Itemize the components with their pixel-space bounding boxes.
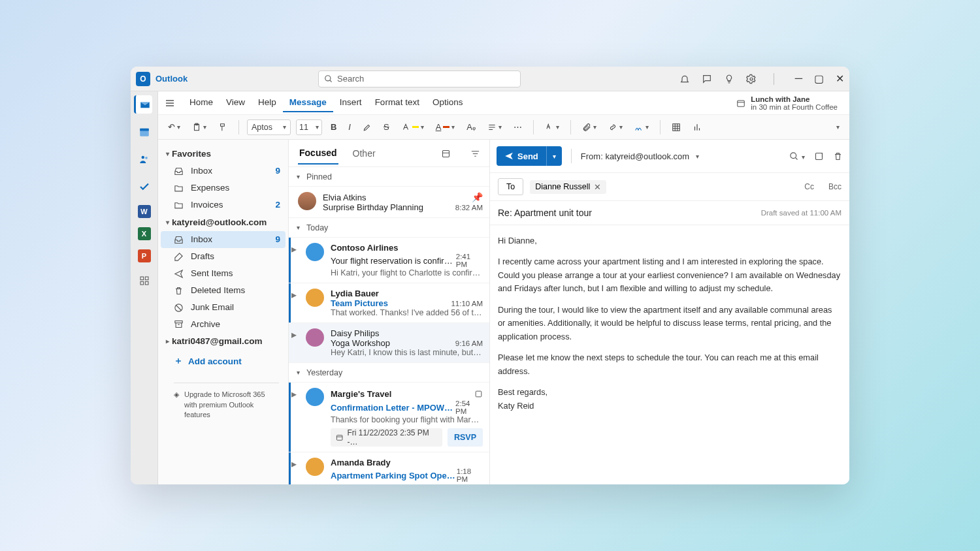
rail-powerpoint-icon[interactable]: P: [138, 249, 151, 262]
message-item[interactable]: ▸Margie's TravelConfirmation Letter - MP…: [289, 383, 489, 452]
font-selector[interactable]: Aptos▾: [247, 119, 291, 135]
strikethrough-button[interactable]: S: [380, 120, 393, 134]
upgrade-prompt[interactable]: ◈ Upgrade to Microsoft 365 with premium …: [174, 383, 279, 420]
minimize-button[interactable]: ─: [795, 72, 802, 85]
remove-recipient-icon[interactable]: ✕: [594, 182, 601, 192]
avatar: [298, 192, 316, 210]
folder-invoices[interactable]: Invoices2: [161, 197, 286, 213]
menu-format-text[interactable]: Format text: [368, 93, 426, 112]
format-painter-button[interactable]: [215, 121, 231, 134]
section-yesterday[interactable]: ▾Yesterday: [289, 363, 489, 383]
delete-icon[interactable]: [833, 150, 843, 162]
send-button[interactable]: Send: [497, 146, 546, 166]
filter-icon[interactable]: [470, 148, 480, 159]
close-button[interactable]: ✕: [836, 72, 844, 85]
expand-chevron-icon[interactable]: ▸: [291, 388, 301, 447]
styles-button[interactable]: ▾: [542, 121, 563, 134]
section-today[interactable]: ▾Today: [289, 218, 489, 238]
popout-icon[interactable]: [814, 150, 824, 162]
italic-button[interactable]: I: [345, 120, 354, 134]
flag-icon[interactable]: [474, 388, 483, 400]
menu-view[interactable]: View: [220, 93, 252, 112]
paragraph-button[interactable]: ▾: [484, 121, 505, 134]
cc-button[interactable]: Cc: [804, 182, 814, 191]
lightbulb-icon[interactable]: [724, 73, 734, 85]
message-item[interactable]: Elvia Atkins📌 Surprise Birthday Planning…: [289, 187, 489, 218]
rail-people-icon[interactable]: [135, 150, 154, 168]
expand-chevron-icon[interactable]: ▸: [291, 458, 301, 483]
send-dropdown[interactable]: ▾: [546, 146, 562, 166]
folder-junk-email[interactable]: Junk Email: [161, 299, 286, 316]
bold-button[interactable]: B: [327, 120, 340, 134]
message-item[interactable]: ▸Lydia BauerTeam Pictures11:10 AMThat wo…: [289, 283, 489, 323]
subject-input[interactable]: Re: Apartment unit tour: [498, 208, 592, 218]
favorites-header[interactable]: ▾Favorites: [161, 145, 286, 163]
paste-button[interactable]: ▾: [189, 121, 210, 134]
ribbon-collapse-icon[interactable]: ▾: [833, 121, 843, 133]
folder-sent-items[interactable]: Sent Items: [161, 265, 286, 282]
maximize-button[interactable]: ▢: [814, 72, 824, 85]
expand-chevron-icon[interactable]: ▸: [291, 328, 301, 357]
signature-button[interactable]: ▾: [631, 121, 652, 134]
folder-archive[interactable]: Archive: [161, 316, 286, 333]
rail-more-apps-icon[interactable]: [135, 272, 154, 290]
tab-focused[interactable]: Focused: [298, 142, 338, 165]
avatar: [306, 328, 324, 347]
table-button[interactable]: [668, 121, 684, 134]
menu-message[interactable]: Message: [283, 93, 333, 112]
message-item[interactable]: ▸Contoso AirlinesYour flight reservation…: [289, 238, 489, 283]
folder-deleted-items[interactable]: Deleted Items: [161, 282, 286, 299]
attach-button[interactable]: ▾: [579, 121, 600, 134]
bcc-button[interactable]: Bcc: [828, 182, 841, 191]
add-account-button[interactable]: ＋Add account: [161, 350, 286, 372]
account1-header[interactable]: ▾katyreid@outlook.com: [161, 213, 286, 231]
folder-inbox[interactable]: Inbox9: [161, 231, 286, 248]
rail-excel-icon[interactable]: X: [138, 227, 151, 240]
font-color-button[interactable]: A ▾: [433, 120, 459, 134]
folder-expenses[interactable]: Expenses: [161, 180, 286, 197]
folder-count: 9: [275, 234, 280, 244]
reminder-pill[interactable]: Lunch with Jane in 30 min at Fourth Coff…: [736, 95, 843, 111]
menu-help[interactable]: Help: [252, 93, 283, 112]
folder-inbox[interactable]: Inbox9: [161, 163, 286, 180]
pin-icon[interactable]: 📌: [472, 192, 483, 202]
expand-chevron-icon[interactable]: ▸: [291, 289, 301, 317]
undo-button[interactable]: ↶ ▾: [165, 120, 184, 134]
to-button[interactable]: To: [498, 178, 523, 195]
menu-insert[interactable]: Insert: [333, 93, 368, 112]
font-size-selector[interactable]: 11▾: [296, 119, 322, 135]
layout-icon[interactable]: [441, 148, 451, 159]
bell-icon[interactable]: [679, 73, 690, 85]
account2-header[interactable]: ▸katri0487@gmail.com: [161, 332, 286, 350]
more-formatting-button[interactable]: ⋯: [510, 120, 525, 134]
menu-options[interactable]: Options: [426, 93, 470, 112]
poll-button[interactable]: [689, 121, 705, 134]
message-item[interactable]: ▸Amanda BradyApartment Parking Spot Open…: [289, 452, 489, 484]
search-input[interactable]: Search: [318, 71, 521, 87]
compose-body[interactable]: Hi Dianne, I recently came across your a…: [490, 225, 849, 430]
calendar-icon: [736, 99, 745, 108]
rsvp-button[interactable]: RSVP: [448, 428, 483, 447]
gear-icon[interactable]: [746, 73, 757, 85]
highlight-button[interactable]: [359, 121, 375, 134]
rail-todo-icon[interactable]: [135, 178, 154, 196]
recipient-chip[interactable]: Dianne Russell✕: [530, 180, 606, 194]
message-item[interactable]: ▸Daisy PhilipsYoga Workshop9:16 AMHey Ka…: [289, 323, 489, 363]
svg-rect-42: [816, 153, 823, 160]
folder-drafts[interactable]: Drafts: [161, 248, 286, 265]
zoom-icon[interactable]: ▾: [789, 150, 805, 162]
chat-icon[interactable]: [702, 73, 712, 85]
rail-calendar-icon[interactable]: [135, 123, 154, 141]
section-pinned[interactable]: ▾Pinned: [289, 167, 489, 187]
tab-other[interactable]: Other: [351, 143, 377, 164]
link-button[interactable]: ▾: [605, 121, 626, 134]
from-dropdown-icon[interactable]: ▾: [696, 153, 699, 160]
text-highlight-color-button[interactable]: ▾: [398, 121, 427, 134]
rail-mail-icon[interactable]: [134, 95, 152, 114]
menu-home[interactable]: Home: [183, 93, 220, 112]
clear-formatting-button[interactable]: Aᵩ: [463, 120, 479, 134]
message-preview: Thanks for booking your flight with Marg…: [331, 415, 483, 424]
hamburger-icon[interactable]: [165, 97, 175, 109]
rail-word-icon[interactable]: W: [138, 205, 151, 218]
expand-chevron-icon[interactable]: ▸: [291, 243, 301, 277]
